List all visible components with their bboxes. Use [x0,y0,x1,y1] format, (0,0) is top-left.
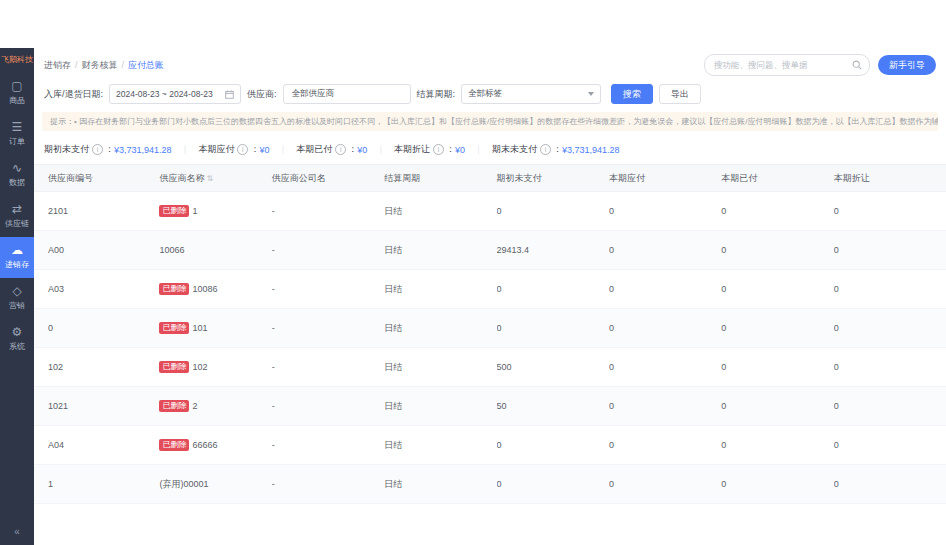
table-row[interactable]: 0已删除101-日结0000 [34,309,946,348]
summary-item: 本期折让i：¥0 [394,143,465,156]
sidebar-item-data[interactable]: ∿数据 [0,155,34,196]
opening-unpaid-cell: 0 [497,192,609,231]
info-icon[interactable]: i [433,144,444,155]
supplier-name-cell: 已删除102 [159,348,271,387]
table-row[interactable]: 102已删除102-日结500000 [34,348,946,387]
deleted-badge: 已删除 [159,361,189,373]
company-name-cell: - [272,270,384,309]
table-row[interactable]: 2101已删除1-日结0000 [34,192,946,231]
summary-item-label: 本期已付 [296,143,332,156]
sort-icon[interactable]: ⇅ [206,174,213,183]
breadcrumb-item[interactable]: 财务核算 [82,59,118,72]
sidebar-item-supply-chain[interactable]: ⇄供应链 [0,196,34,237]
settlement-period-cell: 日结 [384,231,496,270]
info-icon[interactable]: i [540,144,551,155]
table-row[interactable]: 1(弃用)00001-日结0000 [34,465,946,504]
summary-colon: ： [446,143,455,156]
supplier-name-cell: 已删除101 [159,309,271,348]
settlement-period-cell: 日结 [384,270,496,309]
deleted-badge: 已删除 [159,322,189,334]
newbie-guide-button[interactable]: 新手引导 [878,55,936,75]
export-button[interactable]: 导出 [659,84,701,104]
current-payable-cell: 0 [609,426,721,465]
info-icon[interactable]: i [335,144,346,155]
sidebar-item-goods[interactable]: ▢商品 [0,73,34,114]
current-payable-cell: 0 [609,231,721,270]
info-icon[interactable]: i [92,144,103,155]
summary-item: 期末未支付i：¥3,731,941.28 [492,143,620,156]
date-range-value: 2024-08-23 ~ 2024-08-23 [116,89,213,99]
summary-item-value: ¥3,731,941.28 [562,145,620,155]
app-window: 飞鹅科技 ▢商品☰订单∿数据⇄供应链☁进销存◇营销⚙系统 « 进销存/财务核算/… [0,48,946,545]
breadcrumb-item[interactable]: 进销存 [44,59,71,72]
column-header: 本期已付 [721,165,833,192]
summary-item: 期初未支付i：¥3,731,941.28 [44,143,172,156]
sidebar-item-system[interactable]: ⚙系统 [0,319,34,360]
page: 飞鹅科技 ▢商品☰订单∿数据⇄供应链☁进销存◇营销⚙系统 « 进销存/财务核算/… [0,0,946,545]
sidebar-item-marketing[interactable]: ◇营销 [0,278,34,319]
calendar-icon [225,90,234,99]
period-filter-label: 结算周期: [417,88,456,101]
gear-icon: ⚙ [0,326,34,339]
global-search[interactable] [704,54,870,76]
notice-text: • 因存在财务部门与业务部门对小数点后三位的数据四舍五入的标准以及时间口径不同，… [74,117,938,126]
current-discount-cell: 0 [834,270,946,309]
summary-item: 本期应付i：¥0 [198,143,269,156]
sidebar-item-label: 供应链 [0,218,34,229]
sidebar-item-orders[interactable]: ☰订单 [0,114,34,155]
company-name-cell: - [272,309,384,348]
current-discount-cell: 0 [834,192,946,231]
summary-divider: ｜ [376,143,385,156]
summary-item-value: ¥0 [455,145,465,155]
current-discount-cell: 0 [834,309,946,348]
period-select-value: 全部标签 [468,88,502,100]
date-range-input[interactable]: 2024-08-23 ~ 2024-08-23 [109,84,241,104]
company-name-cell: - [272,192,384,231]
current-paid-cell: 0 [721,192,833,231]
date-filter-label: 入库/退货日期: [44,88,103,101]
supplier-code-cell: 1 [34,465,159,504]
summary-item-label: 期末未支付 [492,143,537,156]
settlement-period-cell: 日结 [384,465,496,504]
deleted-badge: 已删除 [159,283,189,295]
sidebar-item-label: 商品 [0,95,34,106]
table-row[interactable]: 1021已删除2-日结50000 [34,387,946,426]
summary-divider: ｜ [474,143,483,156]
search-input[interactable] [712,59,852,71]
sidebar-item-inventory[interactable]: ☁进销存 [0,237,34,278]
period-select[interactable]: 全部标签 [461,84,601,104]
sidebar-nav: ▢商品☰订单∿数据⇄供应链☁进销存◇营销⚙系统 [0,73,34,360]
opening-unpaid-cell: 29413.4 [497,231,609,270]
table-body: 2101已删除1-日结0000A0010066-日结29413.4000A03已… [34,192,946,504]
supplier-code-cell: A00 [34,231,159,270]
column-header: 本期应付 [609,165,721,192]
current-paid-cell: 0 [721,309,833,348]
column-header: 期初未支付 [497,165,609,192]
settlement-period-cell: 日结 [384,426,496,465]
table-row[interactable]: A0010066-日结29413.4000 [34,231,946,270]
marketing-icon: ◇ [0,285,34,298]
opening-unpaid-cell: 0 [497,270,609,309]
info-icon[interactable]: i [237,144,248,155]
company-name-cell: - [272,426,384,465]
supply-icon: ⇄ [0,203,34,216]
column-header: 本期折让 [834,165,946,192]
supplier-name-cell: 10066 [159,231,271,270]
summary-colon: ： [553,143,562,156]
supplier-filter-field[interactable] [283,84,411,104]
chevron-down-icon [588,92,594,96]
company-name-cell: - [272,465,384,504]
breadcrumb-item[interactable]: 应付总账 [128,59,164,72]
supplier-code-cell: 1021 [34,387,159,426]
sidebar-collapse-icon[interactable]: « [14,526,20,537]
table-row[interactable]: A04已删除66666-日结0000 [34,426,946,465]
opening-unpaid-cell: 50 [497,387,609,426]
supplier-filter-input[interactable] [290,88,404,100]
summary-divider: ｜ [278,143,287,156]
table-row[interactable]: A03已删除10086-日结0000 [34,270,946,309]
column-header: 供应商编号 [34,165,159,192]
supplier-name-cell: 已删除1 [159,192,271,231]
summary-item-value: ¥3,731,941.28 [114,145,172,155]
main-content: 进销存/财务核算/应付总账 新手引导 入库/退货日期: 2024-08-23 [34,48,946,545]
search-button[interactable]: 搜索 [611,84,653,104]
